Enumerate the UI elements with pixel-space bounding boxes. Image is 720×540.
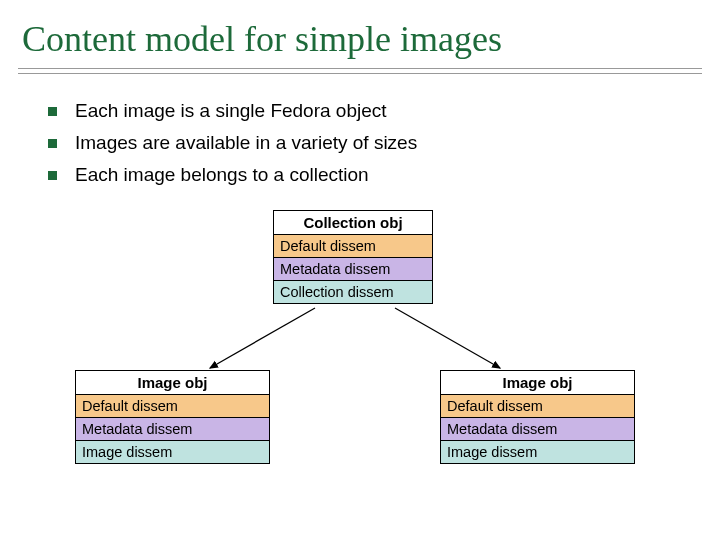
collection-row-metadata: Metadata dissem	[274, 258, 432, 281]
bullet-icon	[48, 107, 57, 116]
image-object-box-right: Image obj Default dissem Metadata dissem…	[440, 370, 635, 464]
bullet-item: Each image is a single Fedora object	[48, 100, 720, 122]
svg-line-0	[210, 308, 315, 368]
bullet-text: Each image belongs to a collection	[75, 164, 369, 186]
bullet-icon	[48, 139, 57, 148]
bullet-list: Each image is a single Fedora object Ima…	[48, 100, 720, 186]
svg-line-1	[395, 308, 500, 368]
diagram-area: Collection obj Default dissem Metadata d…	[0, 200, 720, 500]
image-object-box-left: Image obj Default dissem Metadata dissem…	[75, 370, 270, 464]
image-left-row-default: Default dissem	[76, 395, 269, 418]
image-left-row-image: Image dissem	[76, 441, 269, 463]
collection-row-default: Default dissem	[274, 235, 432, 258]
bullet-item: Each image belongs to a collection	[48, 164, 720, 186]
image-right-row-default: Default dissem	[441, 395, 634, 418]
image-left-title: Image obj	[76, 371, 269, 395]
image-right-row-metadata: Metadata dissem	[441, 418, 634, 441]
image-right-title: Image obj	[441, 371, 634, 395]
bullet-text: Images are available in a variety of siz…	[75, 132, 417, 154]
bullet-item: Images are available in a variety of siz…	[48, 132, 720, 154]
collection-title: Collection obj	[274, 211, 432, 235]
bullet-text: Each image is a single Fedora object	[75, 100, 387, 122]
collection-row-collection: Collection dissem	[274, 281, 432, 303]
image-left-row-metadata: Metadata dissem	[76, 418, 269, 441]
title-underline	[18, 68, 702, 74]
slide-title: Content model for simple images	[0, 0, 720, 68]
image-right-row-image: Image dissem	[441, 441, 634, 463]
bullet-icon	[48, 171, 57, 180]
collection-object-box: Collection obj Default dissem Metadata d…	[273, 210, 433, 304]
